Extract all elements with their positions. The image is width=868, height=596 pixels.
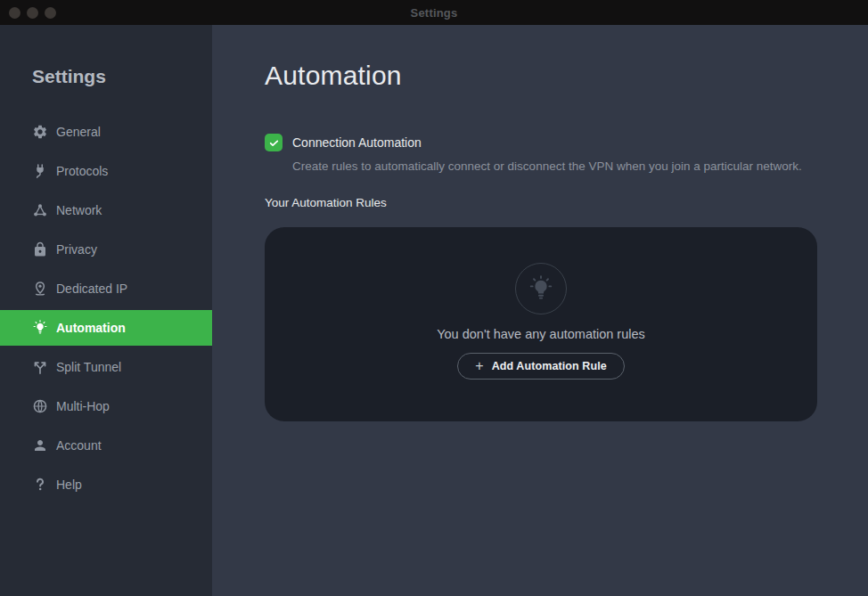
sidebar-item-label: Privacy	[56, 242, 97, 257]
network-icon	[32, 202, 48, 218]
person-icon	[32, 437, 48, 453]
map-pin-icon	[32, 281, 48, 297]
lock-icon	[32, 241, 48, 257]
sidebar-item-label: Split Tunnel	[56, 360, 121, 374]
sidebar-item-label: Network	[56, 203, 102, 217]
add-automation-rule-button[interactable]: + Add Automation Rule	[457, 353, 625, 380]
empty-rules-text: You don't have any automation rules	[437, 327, 645, 341]
sidebar-title: Settings	[32, 65, 212, 87]
sidebar-item-label: Multi-Hop	[56, 399, 110, 413]
window-title: Settings	[0, 6, 868, 20]
sidebar-nav: General Protocols	[0, 114, 212, 502]
sidebar-item-label: General	[56, 125, 101, 139]
connection-automation-checkbox[interactable]	[265, 134, 283, 151]
lightbulb-icon	[32, 320, 48, 336]
sidebar-item-label: Protocols	[56, 164, 108, 178]
lightbulb-icon	[528, 275, 554, 302]
checkmark-icon	[268, 137, 280, 149]
sidebar-item-label: Help	[56, 478, 82, 492]
connection-automation-row: Connection Automation	[265, 134, 422, 151]
rules-heading: Your Automation Rules	[265, 196, 387, 209]
sidebar-item-multi-hop[interactable]: Multi-Hop	[0, 388, 212, 424]
settings-window: Settings Settings General	[0, 0, 868, 596]
globe-icon	[32, 398, 48, 414]
sidebar-item-account[interactable]: Account	[0, 428, 212, 463]
connection-automation-description: Create rules to automatically connect or…	[292, 159, 802, 173]
plus-icon: +	[475, 359, 483, 373]
zoom-button[interactable]	[45, 7, 56, 19]
sidebar-item-automation[interactable]: Automation	[0, 310, 212, 346]
sidebar-item-general[interactable]: General	[0, 114, 212, 150]
window-content: Settings General	[0, 25, 868, 596]
sidebar-item-privacy[interactable]: Privacy	[0, 232, 212, 267]
sidebar: Settings General	[0, 25, 212, 596]
sidebar-item-split-tunnel[interactable]: Split Tunnel	[0, 349, 212, 385]
sidebar-item-protocols[interactable]: Protocols	[0, 153, 212, 189]
automation-pane: Automation Connection Automation Create …	[212, 25, 868, 596]
page-title: Automation	[265, 59, 402, 93]
question-icon	[32, 477, 48, 493]
gear-icon	[32, 124, 48, 140]
sidebar-item-dedicated-ip[interactable]: Dedicated IP	[0, 271, 212, 306]
titlebar: Settings	[0, 0, 868, 25]
plug-icon	[32, 163, 48, 179]
automation-rules-panel: You don't have any automation rules + Ad…	[265, 227, 817, 421]
sidebar-item-label: Account	[56, 438, 102, 453]
minimize-button[interactable]	[27, 7, 38, 19]
connection-automation-label: Connection Automation	[292, 135, 422, 150]
sidebar-item-network[interactable]: Network	[0, 192, 212, 228]
sidebar-item-help[interactable]: Help	[0, 467, 212, 502]
close-button[interactable]	[9, 7, 20, 19]
traffic-lights	[9, 0, 56, 25]
lightbulb-circle-icon	[515, 263, 567, 314]
add-rule-label: Add Automation Rule	[492, 360, 607, 372]
split-icon	[32, 359, 48, 375]
sidebar-item-label: Automation	[56, 321, 126, 335]
sidebar-item-label: Dedicated IP	[56, 282, 127, 296]
